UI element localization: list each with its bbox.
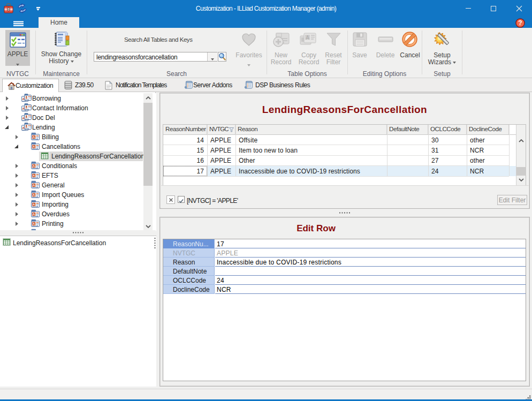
svg-text:?: ? xyxy=(518,19,522,27)
svg-text:A: A xyxy=(306,35,309,41)
